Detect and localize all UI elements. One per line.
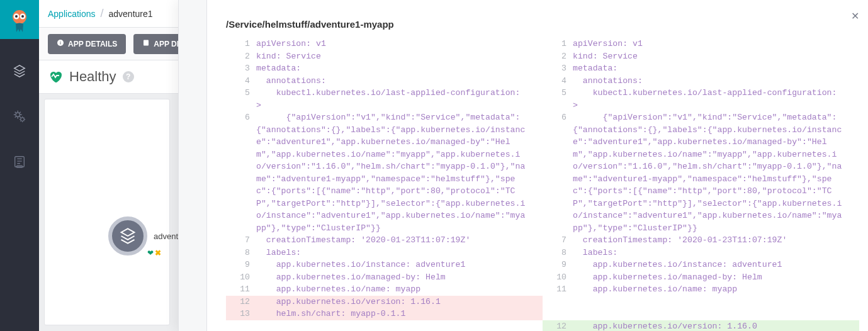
diff-line: 3metadata: bbox=[543, 62, 859, 75]
line-number: 2 bbox=[226, 50, 256, 63]
line-number: 11 bbox=[543, 283, 573, 296]
diff-line: 1apiVersion: v1 bbox=[543, 38, 859, 50]
line-code: app.kubernetes.io/instance: adventure1 bbox=[573, 259, 859, 271]
sidebar bbox=[0, 0, 39, 331]
diff-icon bbox=[142, 39, 150, 48]
svg-point-5 bbox=[16, 113, 20, 116]
line-code: {"apiVersion":"v1","kind":"Service","met… bbox=[256, 111, 543, 234]
svg-rect-10 bbox=[60, 42, 61, 45]
diff-line: 9 app.kubernetes.io/instance: adventure1 bbox=[226, 259, 543, 271]
diff-line: 6 {"apiVersion":"v1","kind":"Service","m… bbox=[226, 111, 543, 234]
line-number: 9 bbox=[543, 259, 573, 271]
diff-line: 10 app.kubernetes.io/managed-by: Helm bbox=[543, 271, 859, 284]
line-code: annotations: bbox=[256, 75, 543, 87]
diff-overlay: ✕ /Service/helmstuff/adventure1-myapp 1a… bbox=[178, 0, 868, 331]
line-code: helm.sh/chart: myapp-0.1.1 bbox=[256, 308, 543, 320]
health-mini-icon: ❤ bbox=[147, 249, 154, 257]
breadcrumb-leaf: adventure1 bbox=[109, 9, 153, 19]
app-details-label: APP DETAILS bbox=[68, 40, 117, 48]
diff-pane-right: 1apiVersion: v12kind: Service3metadata:4… bbox=[543, 38, 859, 331]
diff-line bbox=[543, 296, 859, 308]
line-code: app.kubernetes.io/version: 1.16.1 bbox=[256, 296, 543, 308]
line-code: app.kubernetes.io/name: myapp bbox=[256, 283, 543, 296]
breadcrumb-root[interactable]: Applications bbox=[48, 9, 96, 19]
diff-line: 3metadata: bbox=[226, 62, 543, 75]
line-code: kubectl.kubernetes.io/last-applied-confi… bbox=[573, 87, 859, 111]
diff-line: 6 {"apiVersion":"v1","kind":"Service","m… bbox=[543, 111, 859, 234]
line-code: apiVersion: v1 bbox=[256, 38, 543, 50]
app-details-button[interactable]: APP DETAILS bbox=[48, 34, 126, 54]
overlay-margin bbox=[178, 0, 207, 331]
line-code: annotations: bbox=[573, 75, 859, 87]
line-number: 4 bbox=[226, 75, 256, 87]
diff-line: 13 helm.sh/chart: myapp-0.1.1 bbox=[226, 308, 543, 320]
line-code: app.kubernetes.io/managed-by: Helm bbox=[256, 271, 543, 284]
diff-line: 12 app.kubernetes.io/version: 1.16.1 bbox=[226, 296, 543, 308]
diff-line: 2kind: Service bbox=[226, 50, 543, 63]
line-number: 4 bbox=[543, 75, 573, 87]
svg-point-2 bbox=[15, 15, 18, 18]
help-icon[interactable]: ? bbox=[123, 71, 134, 82]
diff-pane-left: 1apiVersion: v12kind: Service3metadata:4… bbox=[226, 38, 543, 331]
status-label: Healthy bbox=[69, 69, 116, 85]
line-code: app.kubernetes.io/version: 1.16.0 bbox=[573, 320, 859, 332]
line-code: metadata: bbox=[256, 62, 543, 75]
diff-line: 4 annotations: bbox=[226, 75, 543, 87]
sync-warn-icon: ✖ bbox=[155, 249, 161, 257]
line-number: 7 bbox=[226, 234, 256, 247]
diff-line bbox=[543, 308, 859, 320]
diff-line: 10 app.kubernetes.io/managed-by: Helm bbox=[226, 271, 543, 284]
diff-viewer[interactable]: 1apiVersion: v12kind: Service3metadata:4… bbox=[226, 38, 859, 331]
line-code: labels: bbox=[573, 247, 859, 259]
diff-line: 7 creationTimestamp: '2020-01-23T11:07:1… bbox=[226, 234, 543, 247]
line-code: kind: Service bbox=[573, 50, 859, 63]
diff-line: 11 app.kubernetes.io/name: myapp bbox=[543, 283, 859, 296]
line-number: 5 bbox=[543, 87, 573, 111]
nav-docs-icon[interactable] bbox=[11, 154, 28, 170]
line-number: 6 bbox=[226, 111, 256, 234]
line-number: 11 bbox=[226, 283, 256, 296]
canvas-tile bbox=[44, 99, 170, 325]
line-code: metadata: bbox=[573, 62, 859, 75]
line-number: 1 bbox=[543, 38, 573, 50]
close-icon[interactable]: ✕ bbox=[849, 10, 860, 21]
line-code: app.kubernetes.io/instance: adventure1 bbox=[256, 259, 543, 271]
logo[interactable] bbox=[0, 0, 39, 39]
line-code: app.kubernetes.io/managed-by: Helm bbox=[573, 271, 859, 284]
line-code: creationTimestamp: '2020-01-23T11:07:19Z… bbox=[256, 234, 543, 247]
line-number: 1 bbox=[226, 38, 256, 50]
line-number: 2 bbox=[543, 50, 573, 63]
svg-rect-12 bbox=[144, 40, 149, 46]
app-node-icon bbox=[108, 216, 147, 255]
line-code: labels: bbox=[256, 247, 543, 259]
diff-line: 11 app.kubernetes.io/name: myapp bbox=[226, 283, 543, 296]
diff-line: 8 labels: bbox=[543, 247, 859, 259]
diff-title: /Service/helmstuff/adventure1-myapp bbox=[226, 19, 394, 30]
line-number: 8 bbox=[543, 247, 573, 259]
nav-settings-icon[interactable] bbox=[11, 108, 28, 125]
line-number: 3 bbox=[226, 62, 256, 75]
nav-applications-icon[interactable] bbox=[11, 63, 28, 79]
diff-line: 7 creationTimestamp: '2020-01-23T11:07:1… bbox=[543, 234, 859, 247]
line-number: 7 bbox=[543, 234, 573, 247]
breadcrumb-separator: / bbox=[101, 7, 104, 20]
line-code: {"apiVersion":"v1","kind":"Service","met… bbox=[573, 111, 859, 234]
line-code: kind: Service bbox=[256, 50, 543, 63]
svg-point-4 bbox=[21, 15, 24, 18]
diff-line bbox=[226, 320, 543, 332]
diff-line: 9 app.kubernetes.io/instance: adventure1 bbox=[543, 259, 859, 271]
line-number: 3 bbox=[543, 62, 573, 75]
argo-logo-icon bbox=[7, 7, 32, 32]
diff-line: 5 kubectl.kubernetes.io/last-applied-con… bbox=[226, 87, 543, 111]
diff-line: 2kind: Service bbox=[543, 50, 859, 63]
line-code: creationTimestamp: '2020-01-23T11:07:19Z… bbox=[573, 234, 859, 247]
diff-line: 12 app.kubernetes.io/version: 1.16.0 bbox=[543, 320, 859, 332]
line-number: 10 bbox=[543, 271, 573, 284]
line-number: 12 bbox=[543, 320, 573, 332]
line-code: kubectl.kubernetes.io/last-applied-confi… bbox=[256, 87, 543, 111]
line-number: 5 bbox=[226, 87, 256, 111]
app-node-status-icons: ❤ ✖ bbox=[147, 249, 161, 257]
diff-line: 4 annotations: bbox=[543, 75, 859, 87]
svg-rect-11 bbox=[60, 41, 61, 42]
line-number: 6 bbox=[543, 111, 573, 234]
